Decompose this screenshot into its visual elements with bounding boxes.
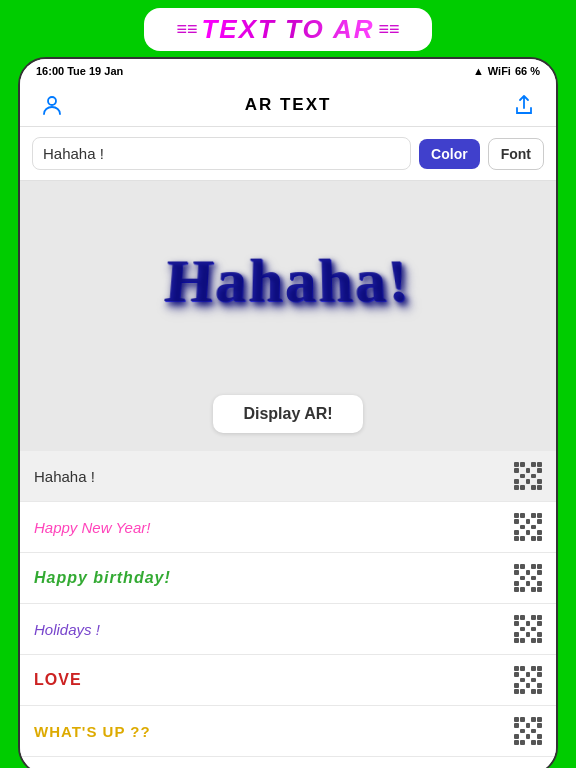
banner-decoration-left: ≡≡: [176, 19, 197, 40]
banner-decoration-right: ≡≡: [379, 19, 400, 40]
banner-pill: ≡≡ Text to AR ≡≡: [144, 8, 431, 51]
signal-icon: ▲: [473, 65, 484, 77]
text-input[interactable]: [32, 137, 411, 170]
list-item-text: LOVE: [34, 671, 82, 689]
profile-button[interactable]: [36, 94, 68, 116]
history-list: Hahaha ! Happy New Year!: [20, 451, 556, 768]
font-button[interactable]: Font: [488, 138, 544, 170]
qr-code-icon[interactable]: [514, 462, 542, 490]
input-row: Color Font: [20, 127, 556, 181]
list-item-text: Happy New Year!: [34, 519, 150, 536]
qr-code-icon[interactable]: [514, 615, 542, 643]
wifi-icon: WiFi: [488, 65, 511, 77]
display-ar-row: Display AR!: [20, 381, 556, 451]
share-button[interactable]: [508, 94, 540, 116]
main-content: Color Font Hahaha! Display AR! Hahaha !: [20, 127, 556, 768]
ar-preview: Hahaha!: [20, 181, 556, 381]
status-bar: 16:00 Tue 19 Jan ▲ WiFi 66 %: [20, 59, 556, 83]
list-item[interactable]: Hahaha !: [20, 451, 556, 502]
list-item-text: Holidays !: [34, 621, 100, 638]
list-item[interactable]: Happy New Year!: [20, 502, 556, 553]
list-item[interactable]: こんにちは: [20, 757, 556, 768]
svg-point-0: [48, 97, 56, 105]
qr-code-icon[interactable]: [514, 564, 542, 592]
banner-title: Text to AR: [201, 14, 374, 45]
device-frame: 16:00 Tue 19 Jan ▲ WiFi 66 % AR TEXT: [18, 57, 558, 768]
list-item-text: Happy birthday!: [34, 569, 171, 587]
page-title: AR TEXT: [68, 95, 508, 115]
list-item-text: WHAT'S UP ??: [34, 723, 151, 740]
qr-code-icon[interactable]: [514, 666, 542, 694]
color-button[interactable]: Color: [419, 139, 480, 169]
status-time: 16:00 Tue 19 Jan: [36, 65, 123, 77]
qr-code-icon[interactable]: [514, 513, 542, 541]
ar-preview-text: Hahaha!: [162, 247, 413, 317]
list-item[interactable]: LOVE: [20, 655, 556, 706]
display-ar-button[interactable]: Display AR!: [213, 395, 362, 433]
app-banner: ≡≡ Text to AR ≡≡: [0, 0, 576, 57]
list-item[interactable]: Happy birthday!: [20, 553, 556, 604]
nav-bar: AR TEXT: [20, 83, 556, 127]
list-item-text: Hahaha !: [34, 468, 95, 485]
qr-code-icon[interactable]: [514, 717, 542, 745]
status-right: ▲ WiFi 66 %: [473, 65, 540, 77]
list-item[interactable]: Holidays !: [20, 604, 556, 655]
list-item[interactable]: WHAT'S UP ??: [20, 706, 556, 757]
battery-status: 66 %: [515, 65, 540, 77]
